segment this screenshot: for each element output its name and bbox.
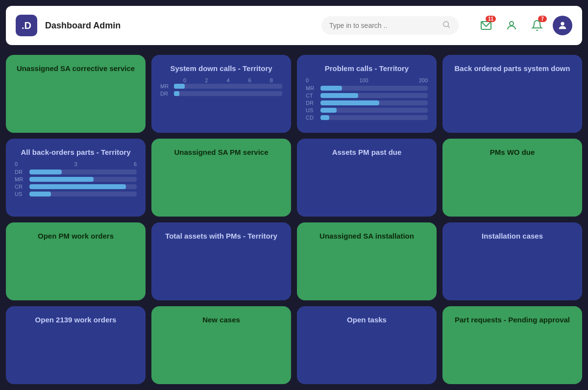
header-icons: 11 7 (476, 16, 572, 35)
card-back-ordered-parts-system-down[interactable]: Back ordered parts system down (442, 55, 582, 133)
email-icon-btn[interactable]: 11 (476, 16, 496, 35)
card-system-down-calls[interactable]: System down calls - Territory02468 MR DR (151, 55, 291, 133)
email-badge: 11 (486, 16, 496, 22)
card-open-2139-work-orders[interactable]: Open 2139 work orders (6, 306, 146, 384)
card-assets-pm-past-due[interactable]: Assets PM past due (297, 139, 437, 217)
card-title-unassigned-sa-pm-service: Unassigned SA PM service (160, 147, 282, 157)
contact-icon-btn[interactable] (502, 16, 521, 35)
card-all-back-orders-parts[interactable]: All back-orders parts - Territory036 DR … (6, 139, 146, 217)
search-bar[interactable] (321, 16, 459, 35)
bell-badge: 7 (538, 16, 547, 22)
card-open-pm-work-orders[interactable]: Open PM work orders (6, 222, 146, 300)
card-installation-cases[interactable]: Installation cases (442, 222, 582, 300)
card-title-open-2139-work-orders: Open 2139 work orders (15, 315, 137, 325)
search-icon (442, 20, 451, 31)
logo: .D (16, 15, 37, 36)
card-title-assets-pm-past-due: Assets PM past due (306, 147, 428, 157)
app-title: Dashboard Admin (45, 21, 121, 31)
card-unassigned-sa-corrective[interactable]: Unassigned SA corrective service (6, 55, 146, 133)
dashboard-grid: Unassigned SA corrective serviceSystem d… (0, 51, 588, 390)
search-input[interactable] (329, 22, 438, 29)
card-unassigned-sa-installation[interactable]: Unassigned SA installation (297, 222, 437, 300)
card-title-problem-calls-territory: Problem calls - Territory (306, 64, 428, 73)
card-title-installation-cases: Installation cases (451, 231, 573, 241)
svg-line-1 (448, 26, 449, 27)
card-title-unassigned-sa-corrective: Unassigned SA corrective service (15, 64, 137, 73)
chart-system-down-calls: 02468 MR DR (160, 77, 282, 124)
bell-icon-btn[interactable]: 7 (527, 16, 547, 35)
card-title-system-down-calls: System down calls - Territory (160, 64, 282, 73)
chart-all-back-orders-parts: 036 DR MR CR US (15, 161, 137, 208)
app-header: .D Dashboard Admin 11 (6, 6, 582, 45)
card-title-pms-wo-due: PMs WO due (451, 147, 573, 157)
card-part-requests-pending-approval[interactable]: Part requests - Pending approval (442, 306, 582, 384)
card-title-unassigned-sa-installation: Unassigned SA installation (306, 231, 428, 241)
card-new-cases[interactable]: New cases (151, 306, 291, 384)
svg-point-0 (443, 22, 449, 27)
card-title-back-ordered-parts-system-down: Back ordered parts system down (451, 64, 573, 73)
chart-problem-calls-territory: 0100200 MR CT DR US CD (306, 77, 428, 124)
card-title-new-cases: New cases (160, 315, 282, 325)
card-title-open-tasks: Open tasks (306, 315, 428, 325)
card-unassigned-sa-pm-service[interactable]: Unassigned SA PM service (151, 139, 291, 217)
user-avatar-btn[interactable] (553, 16, 572, 35)
svg-point-3 (510, 22, 514, 25)
card-title-part-requests-pending-approval: Part requests - Pending approval (451, 315, 573, 325)
svg-point-4 (561, 22, 564, 25)
card-title-open-pm-work-orders: Open PM work orders (15, 231, 137, 241)
card-title-all-back-orders-parts: All back-orders parts - Territory (15, 147, 137, 157)
card-pms-wo-due[interactable]: PMs WO due (442, 139, 582, 217)
card-problem-calls-territory[interactable]: Problem calls - Territory0100200 MR CT D… (297, 55, 437, 133)
card-title-total-assets-pms-territory: Total assets with PMs - Territory (160, 231, 282, 241)
card-open-tasks[interactable]: Open tasks (297, 306, 437, 384)
card-total-assets-pms-territory[interactable]: Total assets with PMs - Territory (151, 222, 291, 300)
